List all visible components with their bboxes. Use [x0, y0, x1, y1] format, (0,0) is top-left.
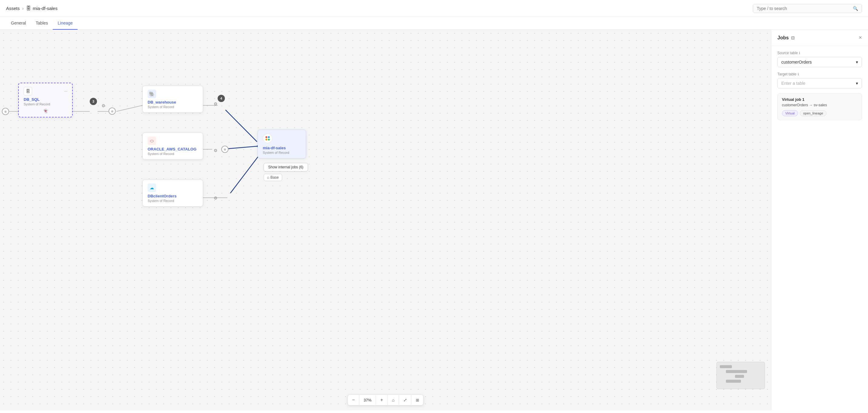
minimap-bar-3	[735, 375, 744, 378]
node-mia-subtitle: System of Record	[263, 151, 301, 154]
base-home-icon: ⌂	[267, 175, 269, 179]
source-table-field: Source table ℹ customerOrders ▾	[777, 51, 862, 67]
svg-point-12	[268, 136, 270, 138]
node-db-warehouse-subtitle: System of Record	[148, 105, 198, 109]
right-panel: Jobs ⊡ × Source table ℹ customerOrders ▾	[771, 30, 868, 410]
mid-connector-1[interactable]: ⊕	[108, 107, 116, 115]
job-card: Virtual job 1 customerOrders → sv-sales …	[777, 93, 862, 120]
minimap-bar-1	[720, 365, 732, 368]
breadcrumb-page-name: mia-df-sales	[33, 6, 58, 11]
node-oracle-aws[interactable]: ⬭ ORACLE_AWS_CATALOG System of Record	[143, 133, 203, 160]
search-icon: 🔍	[853, 6, 858, 11]
db-icon: 🗄	[26, 6, 31, 11]
node-dbclient-subtitle: System of Record	[148, 199, 198, 203]
minimap-bar-4	[726, 380, 741, 383]
badge-3: 3	[90, 98, 97, 105]
source-table-dropdown[interactable]: customerOrders ▾	[777, 57, 862, 67]
gear-dbclient[interactable]: ⚙	[212, 195, 219, 201]
target-info-icon: ℹ	[798, 72, 799, 76]
panel-header: Jobs ⊡ ×	[771, 30, 868, 46]
job-card-title: Virtual job 1	[782, 97, 858, 102]
target-table-field: Target table ℹ Enter a table ▾	[777, 72, 862, 89]
panel-close-button[interactable]: ×	[859, 35, 862, 41]
source-table-label: Source table ℹ	[777, 51, 862, 55]
source-info-icon: ℹ	[799, 51, 800, 55]
panel-title-text: Jobs	[777, 35, 788, 41]
source-table-value: customerOrders	[781, 60, 812, 65]
tab-navigation: General Tables Lineage	[0, 17, 868, 30]
tab-tables[interactable]: Tables	[31, 17, 53, 30]
breadcrumb: Assets › 🗄 mia-df-sales	[6, 6, 58, 11]
header: Assets › 🗄 mia-df-sales 🔍	[0, 0, 868, 17]
mia-icon	[263, 134, 273, 143]
target-table-placeholder: Enter a table	[781, 81, 805, 86]
target-table-label: Target table ℹ	[777, 72, 862, 76]
node-oracle-name: ORACLE_AWS_CATALOG	[148, 147, 198, 151]
job-card-route: customerOrders → sv-sales	[782, 103, 858, 107]
node-db-warehouse[interactable]: 🐘 DB_warehouse System of Record	[143, 86, 203, 113]
svg-line-3	[116, 105, 143, 111]
salesforce-icon: ☁	[148, 183, 156, 192]
node-menu-icon[interactable]: ···	[64, 89, 67, 93]
zoom-expand-button[interactable]: ⤢	[399, 395, 411, 405]
base-label: Base	[270, 175, 279, 179]
lineage-canvas: ⊕ 🗄 ··· DB_SQL System of Record 👻 3 ⚙ ⊕	[0, 30, 771, 410]
show-internal-jobs-button[interactable]: Show internal jobs (6)	[264, 163, 308, 171]
source-dropdown-chevron: ▾	[856, 60, 858, 65]
node-dbclient-orders[interactable]: ☁ DBclientOrders System of Record	[143, 179, 203, 207]
connector-oracle-mia[interactable]: ⊕	[221, 146, 228, 153]
minimap-bar-2	[726, 370, 747, 373]
node-mia-df-sales[interactable]: mia-df-sales System of Record	[258, 130, 306, 158]
node-db-sql-subtitle: System of Record	[24, 102, 67, 106]
ghost-icon: 👻	[24, 108, 67, 113]
tag-openlineage[interactable]: open_lineage	[800, 110, 827, 116]
breadcrumb-current: 🗄 mia-df-sales	[26, 6, 58, 11]
node-db-sql[interactable]: 🗄 ··· DB_SQL System of Record 👻	[18, 83, 73, 117]
tag-virtual[interactable]: Virtual	[782, 110, 798, 116]
svg-point-13	[266, 139, 267, 140]
tab-general[interactable]: General	[6, 17, 31, 30]
left-connector[interactable]: ⊕	[2, 108, 9, 115]
zoom-map-button[interactable]: ⊞	[411, 395, 424, 405]
target-table-dropdown[interactable]: Enter a table ▾	[777, 78, 862, 89]
db-warehouse-icon: 🐘	[148, 90, 156, 98]
jobs-layout-icon[interactable]: ⊡	[791, 35, 795, 40]
search-input[interactable]	[757, 6, 850, 11]
oracle-icon: ⬭	[148, 137, 156, 145]
zoom-plus-button[interactable]: +	[376, 395, 388, 405]
node-db-warehouse-name: DB_warehouse	[148, 100, 198, 104]
canvas-connections	[0, 30, 771, 410]
node-db-sql-name: DB_SQL	[24, 97, 67, 102]
gear-connector-4[interactable]: ⚙	[212, 101, 219, 107]
zoom-minus-button[interactable]: −	[348, 395, 359, 405]
zoom-level: 37%	[360, 395, 376, 405]
svg-line-5	[225, 110, 257, 142]
gear-oracle[interactable]: ⚙	[212, 147, 219, 154]
breadcrumb-separator: ›	[22, 6, 24, 11]
db-sql-icon: 🗄	[24, 87, 32, 95]
svg-point-11	[266, 136, 267, 138]
breadcrumb-assets[interactable]: Assets	[6, 6, 20, 11]
node-mia-name: mia-df-sales	[263, 146, 301, 150]
zoom-controls: − 37% + ⌂ ⤢ ⊞	[347, 394, 424, 406]
panel-body: Source table ℹ customerOrders ▾ Target t…	[771, 46, 868, 125]
minimap	[716, 362, 765, 389]
zoom-home-button[interactable]: ⌂	[388, 395, 399, 405]
node-oracle-subtitle: System of Record	[148, 152, 198, 156]
panel-title: Jobs ⊡	[777, 35, 795, 41]
target-dropdown-chevron: ▾	[856, 81, 858, 86]
search-box[interactable]: 🔍	[753, 4, 862, 13]
job-tags: Virtual open_lineage	[782, 110, 858, 116]
tab-lineage[interactable]: Lineage	[53, 17, 78, 30]
base-badge: ⌂ Base	[264, 174, 282, 181]
node-dbclient-name: DBclientOrders	[148, 194, 198, 198]
gear-connector-3[interactable]: ⚙	[100, 102, 107, 109]
svg-point-14	[268, 139, 270, 140]
main-content: ⊕ 🗄 ··· DB_SQL System of Record 👻 3 ⚙ ⊕	[0, 30, 868, 410]
